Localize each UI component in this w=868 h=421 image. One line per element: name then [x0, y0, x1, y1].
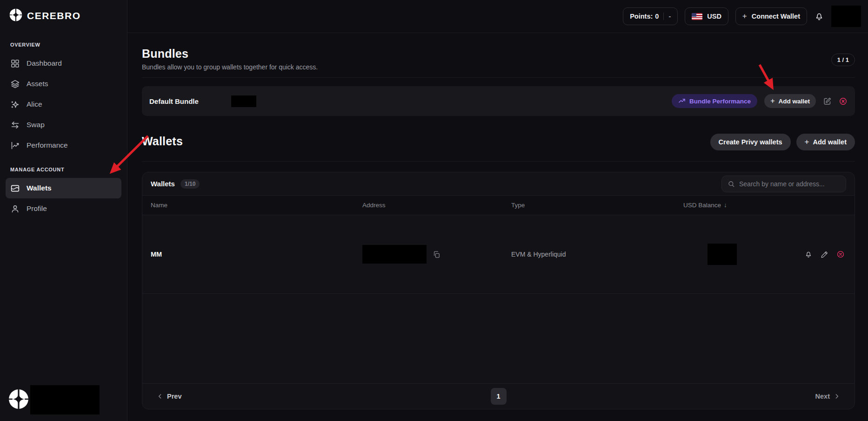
user-icon [10, 204, 20, 214]
redacted-footer-text [30, 385, 100, 414]
bundles-title: Bundles [142, 47, 855, 61]
redacted-wallet-balance [708, 244, 737, 265]
bundle-row-default: Default Bundle Bundle Performance + Add … [142, 86, 855, 116]
next-page-button[interactable]: Next [815, 393, 841, 400]
brain-logo-icon [8, 389, 29, 411]
divider [142, 161, 855, 162]
sidebar-item-label: Alice [27, 100, 42, 109]
sidebar-item-swap[interactable]: Swap [6, 115, 121, 135]
sidebar: CEREBRO OVERVIEW Dashboard Assets [0, 0, 127, 421]
sidebar-footer [8, 385, 100, 414]
connect-wallet-button[interactable]: + Connect Wallet [735, 7, 807, 25]
sidebar-item-label: Assets [27, 80, 48, 88]
search-icon [728, 180, 735, 188]
bundle-performance-button[interactable]: Bundle Performance [672, 94, 757, 108]
trending-up-icon [678, 97, 686, 105]
sparkles-icon [10, 100, 20, 109]
sidebar-item-assets[interactable]: Assets [6, 74, 121, 94]
pill-divider [663, 13, 664, 20]
copy-address-icon[interactable] [433, 251, 441, 258]
plus-icon: + [770, 97, 775, 105]
sidebar-item-wallets[interactable]: Wallets [6, 178, 121, 198]
bundle-performance-label: Bundle Performance [689, 98, 751, 105]
brand-name: CEREBRO [27, 10, 81, 21]
currency-label: USD [707, 13, 721, 20]
brain-logo-icon [9, 8, 22, 23]
wallet-icon [10, 183, 20, 193]
grid-icon [10, 59, 20, 68]
chevron-right-icon [833, 393, 841, 400]
redacted-avatar[interactable] [831, 6, 861, 27]
bundles-counter-badge: 1 / 1 [831, 54, 855, 66]
column-header-balance-label: USD Balance [683, 202, 721, 209]
sidebar-item-label: Wallets [27, 184, 52, 192]
edit-wallet-icon[interactable] [821, 251, 828, 258]
column-header-balance[interactable]: USD Balance ↓ [683, 202, 804, 209]
points-pill[interactable]: Points: 0 - [623, 7, 678, 25]
wallet-address-cell [362, 245, 511, 264]
sidebar-item-alice[interactable]: Alice [6, 94, 121, 115]
wallets-card-header: Wallets 1/10 [142, 172, 855, 195]
main-content: Bundles Bundles allow you to group walle… [127, 33, 868, 421]
table-row[interactable]: MM EVM & Hyperliquid [142, 215, 855, 294]
delete-wallet-icon[interactable] [836, 250, 845, 258]
divider [142, 77, 855, 78]
bundles-section-header: Bundles Bundles allow you to group walle… [142, 33, 855, 78]
wallet-alerts-bell-icon[interactable] [804, 250, 813, 258]
edit-bundle-icon[interactable] [823, 97, 832, 106]
sort-desc-icon: ↓ [724, 202, 727, 209]
sidebar-nav: OVERVIEW Dashboard Assets Alice [0, 42, 127, 219]
wallet-balance-cell [683, 244, 804, 265]
table-empty-space [142, 294, 855, 383]
prev-label: Prev [167, 393, 181, 400]
wallets-table-card: Wallets 1/10 Name Address Type USD Balan… [142, 172, 855, 409]
prev-page-button[interactable]: Prev [156, 393, 181, 400]
page-number-button[interactable]: 1 [491, 388, 507, 405]
nav-section-overview: OVERVIEW [10, 42, 127, 48]
wallets-header-actions: Create Privy wallets + Add wallet [710, 134, 855, 150]
sidebar-item-label: Dashboard [27, 59, 62, 68]
column-header-address[interactable]: Address [362, 202, 511, 209]
wallet-search [721, 176, 846, 192]
delete-bundle-icon[interactable] [839, 97, 848, 106]
add-wallet-label: Add wallet [813, 138, 847, 146]
sidebar-item-label: Swap [27, 121, 45, 129]
cerebro-app: CEREBRO OVERVIEW Dashboard Assets [0, 0, 868, 421]
next-label: Next [815, 393, 830, 400]
wallets-count-badge: 1/10 [180, 179, 200, 189]
redacted-wallet-address [362, 245, 427, 264]
create-privy-wallets-label: Create Privy wallets [719, 138, 782, 146]
wallet-name: MM [151, 251, 362, 258]
table-header-row: Name Address Type USD Balance ↓ [142, 195, 855, 215]
add-wallet-button[interactable]: + Add wallet [796, 134, 855, 150]
search-input[interactable] [739, 180, 840, 188]
us-flag-icon [692, 13, 702, 20]
bundle-name: Default Bundle [149, 97, 199, 105]
column-header-name[interactable]: Name [151, 202, 362, 209]
top-bar: Points: 0 - USD + Connect Wallet [127, 0, 868, 33]
pagination-bar: Prev 1 Next [142, 383, 855, 409]
notifications-bell-icon[interactable] [814, 11, 824, 21]
plus-icon: + [742, 12, 747, 21]
points-value: 0 [655, 13, 659, 20]
connect-wallet-label: Connect Wallet [752, 13, 800, 20]
sidebar-item-dashboard[interactable]: Dashboard [6, 53, 121, 74]
sidebar-item-label: Profile [27, 204, 47, 213]
bundle-actions: Bundle Performance + Add wallet [672, 94, 848, 108]
bundle-add-wallet-button[interactable]: + Add wallet [764, 94, 816, 108]
points-menu-dash: - [668, 13, 671, 20]
brand-logo[interactable]: CEREBRO [9, 8, 81, 23]
currency-selector[interactable]: USD [685, 7, 728, 25]
plus-icon: + [805, 137, 809, 147]
wallet-row-actions [804, 250, 855, 258]
wallets-section-header: Wallets Create Privy wallets + Add walle… [142, 135, 855, 162]
sidebar-item-performance[interactable]: Performance [6, 135, 121, 156]
wallets-card-title: Wallets [151, 180, 175, 188]
chevron-left-icon [156, 393, 164, 400]
sidebar-item-profile[interactable]: Profile [6, 198, 121, 219]
bundle-add-wallet-label: Add wallet [778, 98, 810, 105]
bundles-subtitle: Bundles allow you to group wallets toget… [142, 63, 855, 71]
nav-section-manage-account: MANAGE ACCOUNT [10, 167, 127, 172]
create-privy-wallets-button[interactable]: Create Privy wallets [710, 134, 791, 150]
column-header-type[interactable]: Type [511, 202, 683, 209]
